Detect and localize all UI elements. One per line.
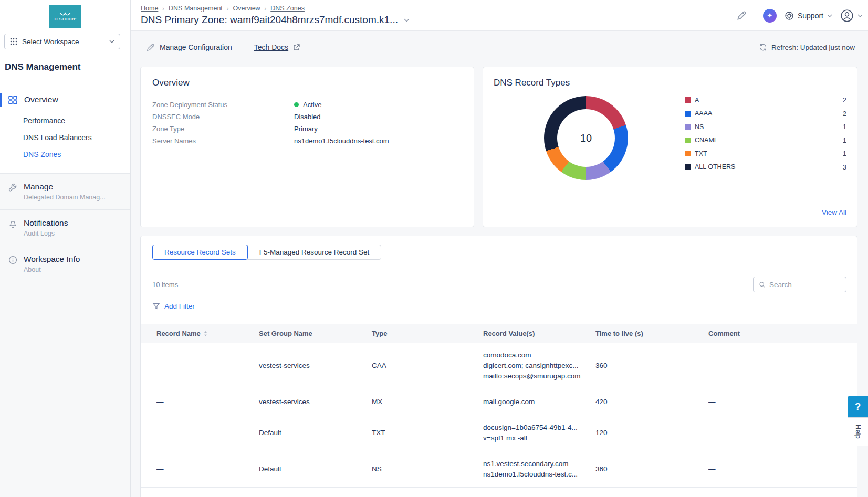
legend-label: ALL OTHERS [695, 163, 735, 171]
table-row[interactable]: —DefaultNSns1.vestest.secondary.comns1de… [141, 451, 857, 488]
ai-assistant-icon[interactable]: ✦ [763, 9, 777, 23]
account-menu[interactable] [840, 9, 863, 23]
support-menu[interactable]: Support [785, 11, 832, 20]
help-label: Help [854, 425, 862, 439]
cell-record-name: — [156, 495, 259, 497]
record-value: ns1demo1.f5clouddns-test.c... [483, 469, 588, 480]
page-title: DNS Primary Zone: wamf9ait204h8mrzs7mdf.… [141, 14, 398, 26]
table-row[interactable]: —vestest-servicesCAAcomodoca.comdigicert… [141, 343, 857, 389]
record-value: comodoca.com [483, 350, 588, 361]
breadcrumb-item[interactable]: DNS Zones [270, 5, 305, 12]
help-widget: ? Help [848, 396, 868, 446]
cell-type: TXT [372, 428, 483, 438]
column-record-name[interactable]: Record Name [156, 330, 259, 337]
logo-bird-icon [59, 12, 71, 16]
record-value: docusign=1b0a6754-49b1-4... [483, 422, 588, 433]
workspace-selector[interactable]: Select Workspace [4, 34, 120, 49]
sidebar-item-dns-zones[interactable]: DNS Zones [0, 146, 130, 163]
cell-record-values: ns1.vestest.secondary.comns1demo1.f5clou… [483, 459, 595, 480]
sidebar-item-manage[interactable]: Manage Delegated Domain Manag... [0, 174, 130, 210]
sidebar-title: DNS Management [5, 62, 130, 72]
sidebar-item-dns-load-balancers[interactable]: DNS Load Balancers [0, 129, 130, 146]
view-all-link[interactable]: View All [822, 208, 846, 216]
sidebar-item-notifications[interactable]: Notifications Audit Logs [0, 210, 130, 246]
refresh-button[interactable]: Refresh: Updated just now [759, 43, 855, 51]
legend-item: ALL OTHERS3 [685, 164, 846, 171]
workspace-selector-label: Select Workspace [22, 38, 79, 46]
sidebar-item-workspace-info[interactable]: Workspace Info About [0, 246, 130, 282]
help-question-button[interactable]: ? [848, 396, 868, 417]
legend-label: TXT [695, 150, 707, 157]
cell-comment: — [708, 397, 846, 407]
refresh-label: Refresh: Updated just now [771, 44, 855, 51]
search-icon [759, 281, 766, 289]
legend-swatch [685, 97, 691, 103]
overview-row-value: ns1demo1.f5clouddns-test.com [294, 137, 389, 145]
cell-ttl: 420 [595, 397, 708, 407]
sidebar-item-label: Overview [24, 95, 58, 104]
sidebar-item-overview[interactable]: Overview [0, 90, 130, 109]
dns-record-types-card: DNS Record Types 10 A2AAAA2NS1CNAME1TXT1… [483, 67, 857, 227]
toolbar: Manage Configuration Tech Docs Refresh: … [131, 31, 868, 55]
cell-record-values: 1111:1111... [483, 495, 595, 497]
cell-record-values: comodoca.comdigicert.com; cansignhttpexc… [483, 350, 595, 382]
chart-legend: A2AAAA2NS1CNAME1TXT1ALL OTHERS3 [685, 97, 846, 177]
cell-type: NS [372, 464, 483, 474]
info-icon [8, 256, 17, 265]
record-value: 1111:1111... [483, 495, 588, 497]
chevron-down-icon [857, 14, 863, 17]
overview-row-label: Zone Type [152, 125, 294, 133]
breadcrumb-item[interactable]: Home [141, 5, 158, 12]
tab-resource-record-sets[interactable]: Resource Record Sets [152, 245, 248, 260]
legend-count: 2 [843, 96, 846, 104]
overview-row-label: Server Names [152, 137, 294, 145]
cell-comment: — [708, 428, 846, 438]
title-chevron-down-icon[interactable] [404, 18, 410, 22]
cell-record-values: mail.google.com [483, 397, 595, 407]
cell-ttl: 120 [595, 428, 708, 438]
tab-f5-managed-resource-record-set[interactable]: F5-Managed Resource Record Set [247, 245, 381, 260]
theme-brush-icon[interactable] [736, 10, 747, 21]
sidebar-item-performance[interactable]: Performance [0, 112, 130, 129]
help-tab[interactable]: Help [848, 417, 868, 446]
resource-records-panel: Resource Record Sets F5-Managed Resource… [140, 236, 857, 497]
table-row[interactable]: —DefaultTXTdocusign=1b0a6754-49b1-4...v=… [141, 415, 857, 451]
record-table-body: —vestest-servicesCAAcomodoca.comdigicert… [141, 343, 857, 497]
overview-row-value: Disabled [294, 113, 321, 121]
overview-card-title: Overview [152, 78, 190, 88]
add-filter-button[interactable]: Add Filter [152, 302, 195, 310]
record-value: mailto:secops@smurugap.com [483, 371, 588, 382]
pencil-icon [146, 43, 155, 52]
sidebar: TESTCORP Select Workspace DNS Management… [0, 0, 131, 497]
cell-set-group-name: vestest-services [259, 361, 372, 371]
overview-row: Server Names ns1demo1.f5clouddns-test.co… [152, 135, 462, 147]
column-ttl: Time to live (s) [595, 330, 708, 337]
wrench-icon [8, 183, 17, 192]
legend-swatch [685, 124, 691, 130]
manage-configuration-label: Manage Configuration [160, 43, 232, 51]
topbar: Home›DNS Management›Overview›DNS Zones D… [131, 0, 868, 31]
support-label: Support [798, 12, 823, 20]
cell-ttl: 360 [595, 464, 708, 474]
legend-swatch [685, 164, 691, 170]
table-header: Record Name Set Group Name Type Record V… [141, 324, 857, 343]
legend-item: NS1 [685, 123, 846, 130]
overview-row-label: Zone Deployment Status [152, 101, 294, 109]
search-input[interactable] [769, 281, 841, 289]
cell-comment: — [708, 495, 846, 497]
sort-icon[interactable] [203, 331, 208, 337]
breadcrumb-separator: › [227, 5, 229, 12]
manage-configuration-button[interactable]: Manage Configuration [146, 43, 232, 52]
active-indicator [0, 93, 2, 107]
funnel-icon [152, 302, 160, 310]
logo-text: TESTCORP [54, 17, 77, 21]
tech-docs-link[interactable]: Tech Docs [254, 43, 300, 51]
donut-total: 10 [580, 132, 592, 144]
legend-count: 1 [843, 150, 846, 157]
legend-label: AAAA [695, 110, 712, 117]
sidebar-section-sublabel: Delegated Domain Manag... [24, 194, 122, 201]
status-dot-active [294, 102, 299, 107]
table-row[interactable]: —DefaultAAAA1111:1111...360— [141, 488, 857, 497]
legend-item: CNAME1 [685, 137, 846, 144]
table-row[interactable]: —vestest-servicesMXmail.google.com420— [141, 389, 857, 415]
